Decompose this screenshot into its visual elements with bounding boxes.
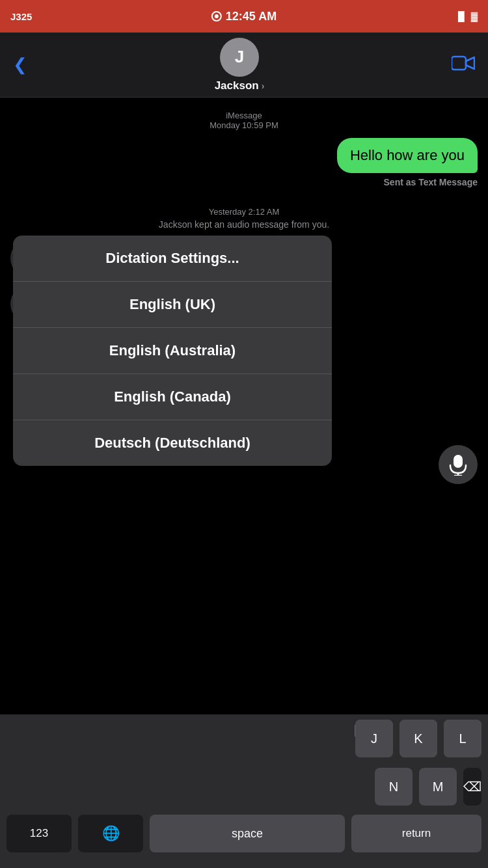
record-icon [211, 11, 222, 21]
back-button[interactable]: ❮ [13, 55, 27, 75]
key-j[interactable]: J [355, 720, 393, 757]
battery-icon: ▓ [471, 11, 478, 21]
signal-icon: ▐▌ [455, 11, 468, 21]
key-l[interactable]: L [444, 720, 481, 757]
back-chevron-icon: ❮ [13, 55, 27, 75]
status-time: 12:45 AM [226, 10, 277, 23]
carrier-label: J325 [10, 11, 32, 22]
svg-rect-0 [452, 57, 466, 70]
contact-name: Jackson › [215, 79, 265, 92]
keyboard: I I O P J K L N M ⌫ 123 🌐 space return [0, 714, 488, 868]
dictation-settings-item[interactable]: Dictation Settings... [13, 236, 332, 282]
audio-timestamp: Yesterday 2:12 AM [10, 207, 478, 217]
key-123[interactable]: 123 [7, 815, 72, 852]
message-bubble: Hello how are you [337, 138, 478, 173]
sent-as-label: Sent as Text Message [384, 177, 478, 187]
keyboard-row3-partial: N M ⌫ [368, 763, 488, 811]
timestamp-label: iMessage Monday 10:59 PM [10, 111, 478, 130]
audio-info-label: Jackson kept an audio message from you. [10, 219, 478, 230]
dictation-menu: Dictation Settings... English (UK) Engli… [13, 236, 332, 466]
dictation-english-uk-item[interactable]: English (UK) [13, 282, 332, 328]
nav-bar: ❮ J Jackson › [0, 33, 488, 98]
avatar: J [220, 38, 259, 77]
video-call-button[interactable] [452, 55, 475, 75]
status-time-area: 12:45 AM [211, 10, 277, 23]
keyboard-bottom-row: 123 🌐 space return [0, 811, 488, 868]
dictation-deutsch-item[interactable]: Deutsch (Deutschland) [13, 420, 332, 466]
dictation-english-canada-item[interactable]: English (Canada) [13, 374, 332, 420]
key-return[interactable]: return [351, 815, 481, 852]
svg-rect-2 [454, 455, 463, 468]
nav-contact-info[interactable]: J Jackson › [215, 38, 265, 92]
key-m[interactable]: M [419, 768, 457, 806]
dictation-english-australia-item[interactable]: English (Australia) [13, 328, 332, 374]
key-k[interactable]: K [400, 720, 437, 757]
key-n[interactable]: N [375, 768, 413, 806]
key-space[interactable]: space [150, 815, 345, 852]
key-globe[interactable]: 🌐 [78, 815, 143, 852]
contact-chevron-icon: › [262, 81, 265, 91]
mic-dictation-button[interactable] [439, 445, 478, 484]
backspace-key[interactable]: ⌫ [463, 768, 481, 806]
status-bar: J325 12:45 AM ▐▌ ▓ [0, 0, 488, 33]
status-right-icons: ▐▌ ▓ [455, 11, 478, 21]
keyboard-row3-area: N M ⌫ [0, 763, 488, 811]
keyboard-row2-area: J K L [0, 714, 488, 763]
keyboard-row2-partial: J K L [349, 714, 488, 763]
sent-message: Hello how are you Sent as Text Message [10, 138, 478, 187]
